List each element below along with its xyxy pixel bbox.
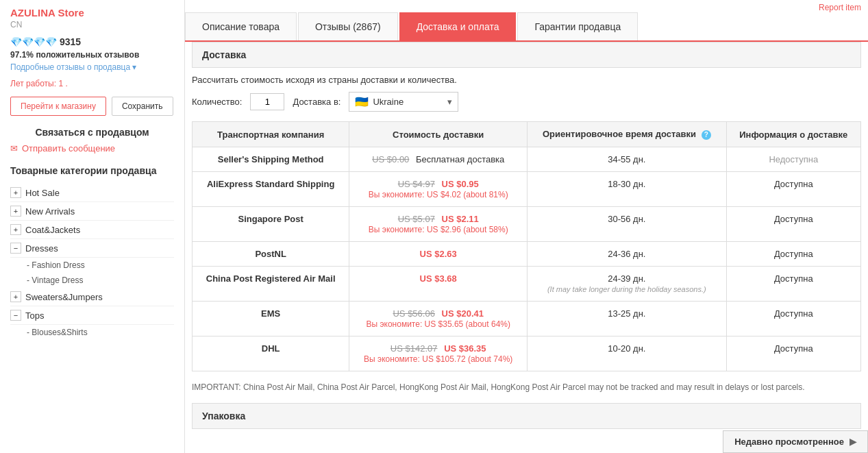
help-icon[interactable]: ? <box>702 130 711 140</box>
col-time: Ориентировочное время доставки ? <box>528 122 726 147</box>
table-header-row: Транспортная компания Стоимость доставки… <box>193 122 861 147</box>
sidebar-item-coat-jackets[interactable]: + Coat&Jackets <box>10 221 174 239</box>
company-cell: DHL <box>193 336 349 371</box>
table-row: Seller's Shipping Method US $0.00 Беспла… <box>193 147 861 172</box>
price-new: US $3.68 <box>420 273 457 284</box>
sidebar-item-label: Sweaters&Jumpers <box>25 292 103 302</box>
sidebar-item-sweaters-jumpers[interactable]: + Sweaters&Jumpers <box>10 288 174 306</box>
sidebar-item-label: Coat&Jackets <box>25 225 80 235</box>
save-text: Вы экономите: US $2.96 (about 58%) <box>369 225 508 234</box>
time-note: (It may take longer during the holiday s… <box>547 285 706 293</box>
sidebar-subitem-blouses-shirts[interactable]: - Blouses&Shirts <box>10 325 174 340</box>
email-icon: ✉ <box>10 143 18 154</box>
price-cell: US $56.06 US $20.41 Вы экономите: US $35… <box>349 302 528 336</box>
company-cell: Seller's Shipping Method <box>193 147 349 172</box>
time-cell: 24-39 дн. (It may take longer during the… <box>528 267 726 302</box>
availability-status: Доступна <box>774 214 813 224</box>
price-cell: US $4.97 US $0.95 Вы экономите: US $4.02… <box>349 172 528 207</box>
ukraine-flag-icon: 🇺🇦 <box>355 95 369 108</box>
dest-label: Доставка в: <box>293 97 340 107</box>
table-row: Singapore Post US $5.07 US $2.11 Вы экон… <box>193 207 861 242</box>
sidebar-subitem-vintage-dress[interactable]: - Vintage Dress <box>10 273 174 288</box>
avail-cell: Доступна <box>726 336 860 371</box>
price-new: US $0.95 <box>442 179 479 189</box>
price-old: US $4.97 <box>398 179 435 189</box>
time-cell: 18-30 дн. <box>528 172 726 207</box>
avail-cell: Доступна <box>726 242 860 267</box>
company-cell: EMS <box>193 302 349 336</box>
price-old: US $142.07 <box>390 343 438 354</box>
categories-title: Товарные категории продавца <box>10 164 174 177</box>
sidebar-item-tops[interactable]: − Tops <box>10 306 174 325</box>
rating-row: 💎💎💎💎 9315 <box>10 36 174 47</box>
sidebar-subitem-fashion-dress[interactable]: - Fashion Dress <box>10 258 174 273</box>
availability-status: Недоступна <box>769 154 818 164</box>
tab-bar: Описание товара Отзывы (2867) Доставка и… <box>185 12 868 42</box>
price-cell: US $3.68 <box>349 267 528 302</box>
table-row: PostNL US $2.63 24-36 дн. Доступна <box>193 242 861 267</box>
avail-cell: Доступна <box>726 172 860 207</box>
company-cell: AliExpress Standard Shipping <box>193 172 349 207</box>
go-to-store-button[interactable]: Перейти к магазину <box>10 97 106 116</box>
free-label: Бесплатная доставка <box>416 154 504 164</box>
sidebar: AZULINA Store CN 💎💎💎💎 9315 97.1% положит… <box>0 0 185 453</box>
sidebar-item-new-arrivals[interactable]: + New Arrivals <box>10 202 174 221</box>
col-info: Информация о доставке <box>726 122 860 147</box>
cat-toggle-tops[interactable]: − <box>10 310 21 321</box>
years-row: Лет работы: 1 . <box>10 79 174 88</box>
delivery-content: Доставка Рассчитать стоимость исходя из … <box>185 42 868 436</box>
packaging-section-header: Упаковка <box>192 403 861 429</box>
table-row: AliExpress Standard Shipping US $4.97 US… <box>193 172 861 207</box>
avail-cell: Доступна <box>726 267 860 302</box>
qty-input[interactable] <box>250 93 284 110</box>
availability-status: Доступна <box>774 308 813 319</box>
price-new: US $2.63 <box>420 249 457 259</box>
company-cell: China Post Registered Air Mail <box>193 267 349 302</box>
cat-toggle-hot-sale[interactable]: + <box>10 187 21 198</box>
chevron-down-icon: ▾ <box>447 97 452 107</box>
delivery-section-header: Доставка <box>192 42 861 68</box>
tab-reviews[interactable]: Отзывы (2867) <box>298 12 398 40</box>
price-cell: US $142.07 US $36.35 Вы экономите: US $1… <box>349 336 528 371</box>
send-message-link[interactable]: ✉ Отправить сообщение <box>10 143 174 154</box>
store-name[interactable]: AZULINA Store <box>10 7 174 19</box>
price-new: US $20.41 <box>442 308 484 319</box>
recently-viewed-label: Недавно просмотренное <box>734 437 844 447</box>
report-item-link[interactable]: Report item <box>185 0 868 12</box>
table-row: EMS US $56.06 US $20.41 Вы экономите: US… <box>193 302 861 336</box>
rating-score: 9315 <box>60 36 81 47</box>
sidebar-item-label: Dresses <box>25 243 58 254</box>
sidebar-item-hot-sale[interactable]: + Hot Sale <box>10 184 174 202</box>
cat-toggle-coat-jackets[interactable]: + <box>10 224 21 235</box>
tab-description[interactable]: Описание товара <box>185 12 297 40</box>
recently-viewed-button[interactable]: Недавно просмотренное ▶ <box>723 430 868 453</box>
diamond-icons: 💎💎💎💎 <box>10 36 57 47</box>
cat-toggle-sweaters[interactable]: + <box>10 291 21 302</box>
seller-details-link[interactable]: Подробные отзывы о продавца ▾ <box>10 62 174 72</box>
dest-select[interactable]: 🇺🇦 Ukraine ▾ <box>349 92 458 112</box>
shipping-table: Транспортная компания Стоимость доставки… <box>192 121 861 371</box>
price-old: US $5.07 <box>398 214 435 224</box>
contact-seller-label: Связаться с продавцом <box>10 127 174 138</box>
time-cell: 10-20 дн. <box>528 336 726 371</box>
calc-info: Рассчитать стоимость исходя из страны до… <box>192 75 861 85</box>
chevron-right-icon: ▶ <box>850 437 856 447</box>
tab-delivery[interactable]: Доставка и оплата <box>399 12 517 40</box>
availability-status: Доступна <box>774 179 813 189</box>
tab-guarantee[interactable]: Гарантии продавца <box>517 12 638 40</box>
cat-toggle-new-arrivals[interactable]: + <box>10 206 21 217</box>
price-old: US $56.06 <box>393 308 434 319</box>
price-cell: US $2.63 <box>349 242 528 267</box>
quantity-row: Количество: Доставка в: 🇺🇦 Ukraine ▾ <box>192 92 861 112</box>
cat-toggle-dresses[interactable]: − <box>10 243 21 254</box>
time-cell: 30-56 дн. <box>528 207 726 242</box>
save-button[interactable]: Сохранить <box>112 97 173 116</box>
time-cell: 24-36 дн. <box>528 242 726 267</box>
store-country: CN <box>10 20 174 29</box>
sidebar-item-dresses[interactable]: − Dresses <box>10 239 174 258</box>
table-row: DHL US $142.07 US $36.35 Вы экономите: U… <box>193 336 861 371</box>
price-new: US $36.35 <box>444 343 486 354</box>
price-old: US $0.00 <box>372 154 409 164</box>
save-text: Вы экономите: US $35.65 (about 64%) <box>366 319 510 329</box>
store-buttons: Перейти к магазину Сохранить <box>10 97 174 116</box>
